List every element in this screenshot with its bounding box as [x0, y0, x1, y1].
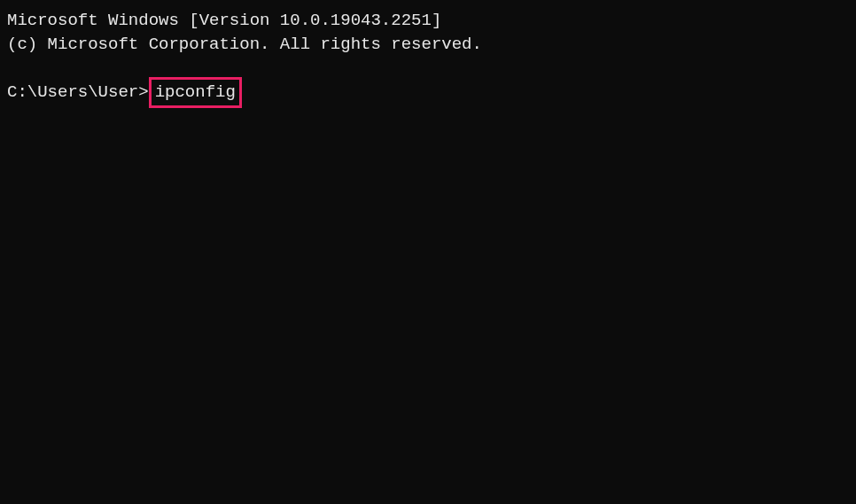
terminal-prompt-line[interactable]: C:\Users\User>ipconfig [7, 77, 849, 108]
command-highlight-box: ipconfig [149, 77, 242, 108]
terminal-prompt: C:\Users\User> [7, 82, 149, 102]
terminal-header-version: Microsoft Windows [Version 10.0.19043.22… [7, 9, 849, 33]
terminal-header-copyright: (c) Microsoft Corporation. All rights re… [7, 33, 849, 57]
terminal-command: ipconfig [155, 82, 236, 102]
